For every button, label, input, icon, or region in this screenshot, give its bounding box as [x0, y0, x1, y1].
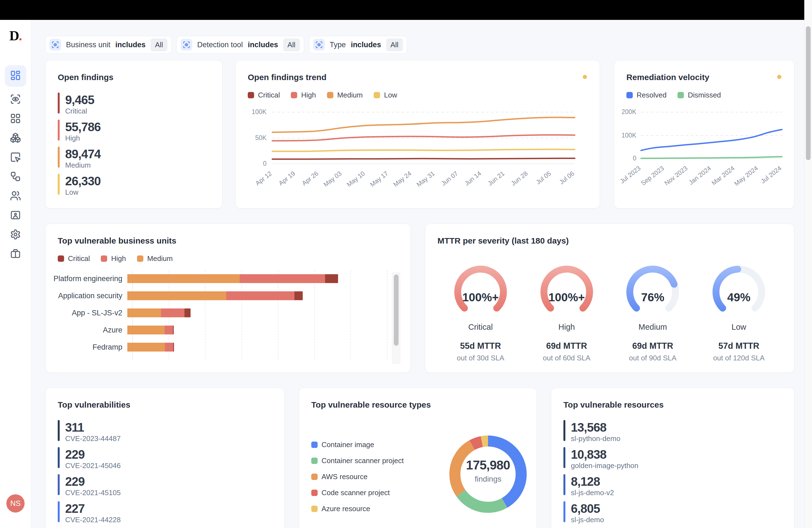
stacked-bar[interactable]	[127, 274, 381, 283]
filter-chip-detection-tool[interactable]: Detection tool includes All	[176, 36, 304, 54]
chart-scrollbar-thumb[interactable]	[394, 275, 398, 346]
stat-color-bar	[58, 120, 60, 141]
stat-row: 10,838golden-image-python	[563, 447, 783, 468]
bar-segment-medium	[127, 274, 240, 283]
top-bar	[0, 0, 804, 20]
filter-chip-type[interactable]: Type includes All	[309, 36, 407, 54]
svg-text:Apr 19: Apr 19	[277, 170, 296, 187]
svg-text:May 10: May 10	[346, 170, 366, 188]
gauge-low: 49% Low 57d MTTR out of 120d SLA	[696, 265, 782, 362]
workflow-icon	[10, 171, 21, 183]
bar-segment-high	[165, 343, 173, 352]
svg-text:Jun 14: Jun 14	[463, 170, 483, 187]
stat-row: 9,465Critical	[58, 92, 211, 114]
briefcase-icon	[10, 248, 21, 260]
filter-operator: includes	[248, 41, 278, 49]
card-top-vulnerabilities: Top vulnerabilities 311CVE-2023-44487 22…	[45, 388, 285, 528]
sidebar-item-actions[interactable]	[9, 151, 22, 164]
sidebar-item-dashboard[interactable]	[5, 65, 26, 87]
gauge-high: 100%+ High 69d MTTR out of 60d SLA	[524, 265, 610, 362]
sidebar-item-apps[interactable]	[9, 113, 22, 126]
stat-row: 26,330Low	[58, 174, 211, 195]
stat-row: 229CVE-2021-45046	[58, 447, 273, 468]
sidebar-item-toolbox[interactable]	[9, 248, 22, 261]
open-findings-trend-chart: 100K50K0Apr 12Apr 19Apr 26May 03May 10Ma…	[236, 60, 600, 209]
bar-row: App - SL-JS-v2	[46, 305, 381, 321]
sidebar-item-teams[interactable]	[9, 190, 22, 203]
svg-text:Jun 07: Jun 07	[440, 170, 459, 187]
bar-row: Fedramp	[46, 339, 381, 355]
stat-row: 6,805sl-js-demo	[563, 501, 783, 522]
sidebar-item-settings[interactable]	[9, 229, 22, 241]
stat-row: 55,786High	[58, 120, 211, 141]
stacked-bar[interactable]	[127, 291, 381, 300]
sidebar-item-detections[interactable]	[9, 93, 22, 106]
legend-item[interactable]: High	[101, 254, 126, 263]
stat-color-bar	[58, 147, 60, 167]
svg-text:Jun 21: Jun 21	[487, 170, 506, 187]
gear-icon	[10, 229, 21, 241]
stat-row: 89,474Medium	[58, 147, 211, 167]
page-scrollbar-thumb[interactable]	[806, 26, 811, 160]
sidebar-item-workflows[interactable]	[9, 171, 22, 184]
svg-text:Sep 2023: Sep 2023	[639, 164, 665, 187]
sidebar-item-accounts[interactable]	[9, 209, 22, 222]
card-title: Open findings	[58, 73, 114, 82]
filter-field: Detection tool	[197, 41, 243, 49]
svg-text:Nov 2023: Nov 2023	[663, 164, 689, 187]
bar-category-label: Platform engineering	[46, 275, 127, 283]
stat-color-bar	[58, 92, 60, 114]
bar-segment-critical	[173, 343, 174, 352]
filter-scan-icon	[313, 39, 325, 50]
user-avatar[interactable]: NS	[6, 494, 25, 513]
filter-operator: includes	[351, 41, 381, 49]
stat-color-bar	[58, 474, 60, 495]
page-scrollbar[interactable]	[804, 0, 812, 528]
svg-text:Apr 26: Apr 26	[301, 170, 320, 187]
stacked-bar[interactable]	[127, 308, 381, 317]
card-resource-types: Top vulnerable resource types Container …	[299, 388, 537, 528]
app-logo[interactable]: D.	[10, 28, 22, 44]
bar-segment-critical	[325, 274, 338, 283]
bar-category-label: App - SL-JS-v2	[46, 309, 127, 317]
stat-color-bar	[563, 420, 565, 441]
grid-icon	[10, 113, 21, 125]
card-mttr: MTTR per severity (last 180 days) 100%+ …	[425, 224, 794, 373]
open-findings-stats: 9,465Critical 55,786High 89,474Medium 26…	[58, 92, 211, 195]
bar-row: Application security	[46, 288, 381, 304]
filter-value[interactable]: All	[283, 39, 300, 52]
filter-chip-business-unit[interactable]: Business unit includes All	[45, 36, 172, 54]
top-vulnerabilities-stats: 311CVE-2023-44487 229CVE-2021-45046 229C…	[58, 420, 273, 522]
svg-text:Jul 2023: Jul 2023	[619, 164, 642, 185]
pointer-square-icon	[10, 151, 21, 164]
legend-item[interactable]: Medium	[137, 254, 173, 263]
bar-category-label: Application security	[46, 292, 127, 300]
stat-color-bar	[563, 501, 565, 522]
filter-value[interactable]: All	[150, 39, 168, 52]
stacked-bar[interactable]	[127, 326, 381, 334]
filter-bar: Business unit includes All Detection too…	[45, 36, 407, 54]
filter-field: Type	[330, 41, 346, 49]
business-units-legend: Critical High Medium	[58, 254, 173, 263]
bar-category-label: Fedramp	[46, 343, 127, 352]
dashboard-icon	[10, 70, 21, 82]
chart-scrollbar[interactable]	[392, 273, 400, 364]
sidebar-item-assets[interactable]	[9, 132, 22, 145]
legend-item[interactable]: Critical	[58, 254, 90, 263]
svg-text:Mar 2024: Mar 2024	[710, 164, 736, 186]
filter-field: Business unit	[66, 41, 111, 49]
card-title: Top vulnerable resources	[563, 400, 664, 410]
top-resources-stats: 13,568sl-python-demo 10,838golden-image-…	[563, 420, 783, 522]
filter-value[interactable]: All	[386, 39, 403, 52]
stat-color-bar	[563, 447, 565, 468]
bar-segment-medium	[127, 291, 226, 300]
stacked-bar[interactable]	[127, 343, 381, 352]
bar-segment-high	[240, 274, 325, 283]
svg-text:50K: 50K	[255, 134, 267, 142]
card-open-findings-trend: Open findings trend Critical High Medium…	[235, 60, 600, 208]
main-content: Business unit includes All Detection too…	[31, 20, 804, 528]
bar-segment-medium	[127, 326, 164, 334]
svg-text:Apr 12: Apr 12	[254, 170, 273, 187]
svg-text:0: 0	[263, 160, 266, 167]
users-icon	[10, 190, 21, 202]
